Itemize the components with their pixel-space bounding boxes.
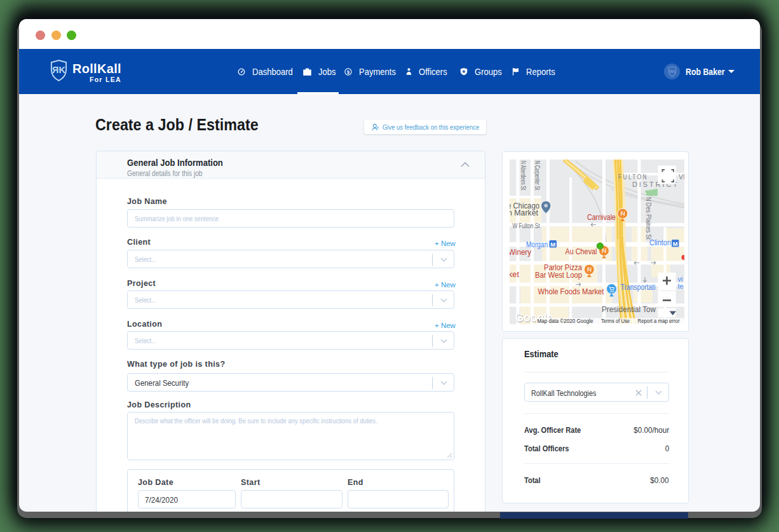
svg-text:M: M xyxy=(550,241,555,248)
svg-text:Morgan: Morgan xyxy=(526,240,548,249)
svg-text:Clinton: Clinton xyxy=(649,238,671,247)
svg-text:Au Cheval: Au Cheval xyxy=(566,247,597,256)
svg-text:Map data ©2020 Google: Map data ©2020 Google xyxy=(538,318,593,324)
svg-text:ket: ket xyxy=(510,269,519,279)
svg-text:FULTON: FULTON xyxy=(618,173,648,181)
svg-text:te: te xyxy=(678,282,684,290)
svg-text:Presidential Tow: Presidential Tow xyxy=(602,304,656,314)
svg-text:Transportati: Transportati xyxy=(621,282,656,292)
svg-text:ЯK: ЯK xyxy=(52,65,65,75)
svg-text:n Market: n Market xyxy=(510,208,538,217)
svg-text:Whole Foods Market: Whole Foods Market xyxy=(538,287,604,296)
svg-text:Bar West Loop: Bar West Loop xyxy=(535,270,582,280)
svg-text:Terms of Use: Terms of Use xyxy=(601,318,630,324)
svg-text:VI: VI xyxy=(679,173,684,181)
svg-text:$: $ xyxy=(347,69,350,74)
svg-text:N Des Plaines St: N Des Plaines St xyxy=(645,197,653,240)
svg-text:N Carpenter St: N Carpenter St xyxy=(534,161,541,190)
svg-text:N Aberdeen St: N Aberdeen St xyxy=(520,161,527,190)
svg-text:ЯK: ЯK xyxy=(668,69,675,74)
svg-text:Carnivale: Carnivale xyxy=(587,212,616,222)
svg-text:M: M xyxy=(673,240,678,247)
svg-text:Report a map error: Report a map error xyxy=(638,318,680,324)
svg-text:W Fulton St: W Fulton St xyxy=(513,222,540,229)
